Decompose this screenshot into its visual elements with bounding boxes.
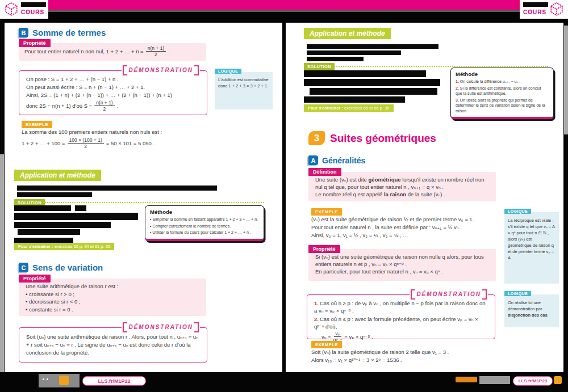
brand-logo-cube bbox=[549, 2, 564, 16]
chapter-name-redaction bbox=[21, 2, 46, 7]
content-redaction bbox=[14, 238, 73, 243]
section-3-title: Suites géométriques bbox=[330, 132, 436, 145]
top-banner bbox=[48, 0, 520, 10]
footer-dot bbox=[47, 378, 48, 380]
application-methode-header: Application et méthode bbox=[14, 170, 101, 181]
content-redaction bbox=[304, 96, 405, 103]
content-redaction bbox=[17, 186, 217, 191]
solution-dotted-line bbox=[43, 202, 264, 203]
fraction: n(n + 1)2 bbox=[146, 45, 166, 57]
footer-brand-redacted bbox=[456, 377, 477, 382]
section-letter-badge: B bbox=[19, 28, 28, 37]
methode-item: • Utiliser la formule du cours pour calc… bbox=[150, 230, 259, 235]
entrainer-exercises: exercices 65 et 66 p. 35 bbox=[344, 106, 390, 111]
chapter-name-redaction bbox=[523, 2, 548, 7]
methode-item: 2.Si la différence est constante, alors … bbox=[456, 86, 549, 96]
logique-box-disjonction: LOGIQUE On réalise ici une démonstration… bbox=[504, 294, 559, 327]
demo-line: donc 2S = n(n + 1) d'où S = n(n + 1)2 . bbox=[26, 100, 200, 112]
textbook-spread: COURS COURS B Somme de termes Propriété … bbox=[0, 0, 568, 392]
definition-panel: Définition Une suite (vₙ) est dite géomé… bbox=[308, 172, 496, 201]
fraction: 100 × (100 + 1)2 bbox=[68, 137, 104, 149]
demo-case: 2.Cas où n ≤ p : avec la formule précéde… bbox=[314, 315, 488, 330]
content-redaction bbox=[75, 205, 86, 211]
fraction: n(n + 1)2 bbox=[94, 100, 115, 112]
section-b-header: B Somme de termes bbox=[19, 28, 106, 37]
methode-item: • Compter correctement le nombre de term… bbox=[150, 224, 259, 229]
methode-item: • Simplifier la somme en faisant apparaî… bbox=[150, 217, 259, 222]
logique-box-addition: LOGIQUE L'addition est commutative donc … bbox=[215, 72, 273, 109]
propriete-line: Une suite arithmétique de raison r est : bbox=[26, 283, 199, 290]
page-left: B Somme de termes Propriété Pour tout en… bbox=[5, 23, 282, 372]
corner-tab-left: COURS bbox=[0, 0, 48, 19]
top-banner-shadow bbox=[48, 10, 520, 12]
propriete-line: En particulier, pour tout entier naturel… bbox=[315, 268, 489, 275]
cours-tab-label: COURS bbox=[523, 9, 546, 15]
definition-chip: Définition bbox=[308, 168, 341, 176]
propriete-line: • croissante si r > 0 ; bbox=[26, 290, 199, 298]
exemple-chip: EXEMPLE bbox=[311, 341, 342, 348]
propriete-panel-variation: Propriété Une suite arithmétique de rais… bbox=[19, 279, 206, 316]
section-a-header: A Généralités bbox=[308, 155, 365, 165]
propriete-chip: Propriété bbox=[308, 245, 340, 253]
page-edge bbox=[0, 154, 4, 372]
entrainer-label: Pour s'entraîner : bbox=[18, 244, 53, 249]
methode-title: Méthode bbox=[150, 209, 259, 215]
content-redaction bbox=[307, 57, 364, 61]
content-redaction bbox=[310, 88, 437, 95]
content-redaction bbox=[307, 50, 401, 55]
page-edge bbox=[564, 26, 568, 134]
footer-link-right[interactable]: LLS.fr/M1P23 bbox=[513, 376, 553, 386]
propriete-chip: Propriété bbox=[19, 275, 51, 283]
exemple-chip: EXEMPLE bbox=[22, 121, 52, 128]
section-number-badge: 3 bbox=[308, 131, 325, 145]
demonstration-box-geometrique: DÉMONSTRATION 1.Cas où n ≥ p : de vₚ à v… bbox=[307, 294, 495, 339]
logique-text: L'addition est commutative donc 1 + 2 + … bbox=[218, 77, 269, 89]
logique-text: On réalise ici une démonstration par dis… bbox=[508, 300, 556, 318]
propriete-panel-geometrique: Propriété Si (vₙ) est une suite géométri… bbox=[308, 249, 496, 281]
methode-item: 3.On utilise alors la propriété qui perm… bbox=[456, 98, 549, 114]
pour-sentrainer-pill: Pour s'entraîner : exercices 60 p. 34 et… bbox=[14, 243, 114, 250]
section-letter-badge: C bbox=[19, 263, 28, 272]
solution-chip: SOLUTION bbox=[304, 63, 335, 70]
methode-card: Méthode • Simplifier la somme en faisant… bbox=[145, 205, 264, 241]
methode-card: Méthode 1.On calcule la différence uₙ₊₁ … bbox=[450, 68, 554, 119]
content-redaction bbox=[304, 79, 440, 86]
methode-item: 1.On calcule la différence uₙ₊₁ − uₙ . bbox=[456, 79, 549, 85]
section-letter-badge: A bbox=[308, 155, 318, 165]
propriete-somme-text: Pour tout entier naturel n non nul, 1 + … bbox=[24, 45, 170, 57]
exemple-chip: EXEMPLE bbox=[311, 208, 342, 216]
exemple-geometrique2-text: Soit (vₙ) la suite géométrique de raison… bbox=[311, 348, 496, 364]
logique-chip: LOGIQUE bbox=[504, 291, 531, 296]
page-right: Application et méthode SOLUTION Méthode … bbox=[286, 23, 563, 372]
demonstration-label: DÉMONSTRATION bbox=[122, 66, 200, 75]
demo-line: On peut aussi écrire : S = n + (n − 1) +… bbox=[26, 83, 200, 91]
footer-dot bbox=[43, 378, 44, 380]
content-redaction bbox=[304, 70, 426, 77]
pour-sentrainer-pill: Pour s'entraîner : exercices 65 et 66 p.… bbox=[304, 104, 394, 112]
demo-case-formula: vₙ = vₚqᵖ⁻ⁿ = vₚ × qⁿ⁻ᵖ . bbox=[321, 331, 488, 343]
section-title: Somme de termes bbox=[32, 28, 106, 37]
content-redaction bbox=[14, 205, 71, 211]
footer-app-icon bbox=[554, 376, 562, 384]
application-methode-header: Application et méthode bbox=[304, 28, 391, 39]
propriete-panel-somme: Propriété Pour tout entier naturel n non… bbox=[19, 43, 206, 61]
footer-link-left[interactable]: LLS.fr/M1P22 bbox=[82, 376, 146, 386]
demonstration-box-somme: DÉMONSTRATION On pose : S = 1 + 2 + … + … bbox=[19, 70, 207, 115]
section-3-header: 3 Suites géométriques bbox=[308, 131, 436, 145]
propriete-line: • décroissante si r < 0 ; bbox=[26, 298, 199, 306]
demo-case: 1.Cas où n ≥ p : de vₚ à vₙ , on multipl… bbox=[314, 300, 488, 314]
logique-box-reciproque: LOGIQUE La réciproque est vraie : s'il e… bbox=[504, 212, 559, 284]
propriete-line: Si (vₙ) est une suite géométrique de rai… bbox=[315, 253, 489, 268]
section-c-header: C Sens de variation bbox=[19, 263, 103, 272]
brand-logo-cube bbox=[4, 2, 19, 16]
corner-tab-right: COURS bbox=[520, 0, 568, 19]
section-title: Sens de variation bbox=[32, 263, 103, 272]
cours-tab-label: COURS bbox=[21, 9, 44, 15]
propriete-line: • constante si r = 0 . bbox=[26, 306, 199, 314]
entrainer-label: Pour s'entraîner : bbox=[308, 106, 343, 111]
exemple-geometrique-text: (vₙ) est la suite géométrique de raison … bbox=[311, 216, 496, 239]
demo-line: On pose : S = 1 + 2 + … + (n − 1) + n . bbox=[26, 75, 200, 83]
methode-title: Méthode bbox=[456, 71, 549, 77]
demonstration-box-variation: DÉMONSTRATION Soit (uₙ) une suite arithm… bbox=[19, 327, 207, 363]
exemple-somme-text: La somme des 100 premiers entiers nature… bbox=[22, 128, 215, 149]
